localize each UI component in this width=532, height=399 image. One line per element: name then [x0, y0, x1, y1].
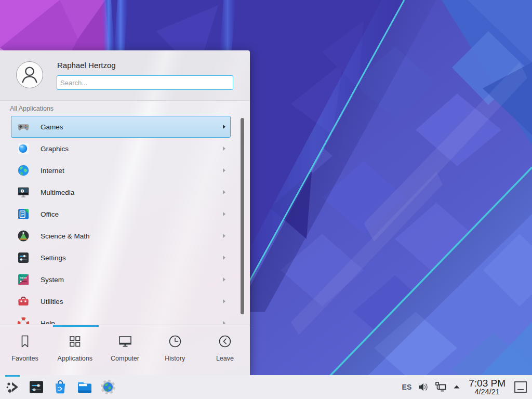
launcher-header: Raphael Hertzog — [0, 50, 250, 101]
clock-date: 4/24/21 — [469, 388, 506, 396]
tab-history[interactable]: History — [150, 325, 200, 375]
tab-label: Applications — [58, 355, 92, 362]
submenu-arrow-icon — [223, 212, 225, 216]
history-clock-icon — [167, 334, 183, 351]
category-item-help[interactable]: Help — [11, 312, 231, 324]
lifering-icon — [17, 317, 30, 324]
tab-leave[interactable]: Leave — [200, 325, 250, 375]
monitor-play-icon — [17, 186, 30, 198]
submenu-arrow-icon — [223, 125, 225, 129]
application-launcher-button[interactable] — [4, 379, 21, 395]
category-label: Settings — [41, 254, 66, 262]
show-desktop-button[interactable] — [513, 380, 528, 394]
tab-label: Computer — [111, 355, 139, 362]
tab-label: Favorites — [11, 355, 38, 362]
sliders-color-icon — [17, 273, 30, 286]
category-item-multimedia[interactable]: Multimedia — [11, 181, 231, 203]
category-item-internet[interactable]: Internet — [11, 159, 231, 181]
category-item-system[interactable]: System — [11, 269, 231, 290]
category-label: Help — [41, 320, 55, 325]
list-scrollbar[interactable] — [241, 118, 244, 314]
submenu-arrow-icon — [223, 321, 225, 324]
keyboard-layout-indicator[interactable]: ES — [402, 383, 412, 391]
bookmark-icon — [17, 334, 33, 351]
expand-tray-caret-icon[interactable] — [453, 383, 461, 391]
category-item-office[interactable]: Office — [11, 203, 231, 225]
category-item-settings[interactable]: Settings — [11, 247, 231, 269]
category-item-science-math[interactable]: Science & Math — [11, 225, 231, 247]
network-icon[interactable] — [434, 381, 447, 393]
graphics-sphere-icon — [17, 142, 30, 155]
leave-icon — [217, 334, 233, 351]
application-launcher-panel: Raphael Hertzog All Applications — [0, 50, 250, 375]
category-item-utilities[interactable]: Utilities — [11, 290, 231, 312]
user-name: Raphael Hertzog — [57, 61, 116, 70]
file-manager-button[interactable] — [76, 379, 92, 395]
desktop: Raphael Hertzog All Applications — [0, 0, 532, 399]
discover-software-center-button[interactable] — [52, 379, 69, 395]
category-label: Multimedia — [41, 189, 74, 196]
tab-favorites[interactable]: Favorites — [0, 325, 50, 375]
category-list: Games Graphics — [0, 114, 250, 324]
active-tab-indicator — [53, 325, 99, 327]
digital-clock[interactable]: 7:03 PM 4/24/21 — [469, 378, 506, 396]
category-label: Science & Math — [41, 232, 90, 240]
tab-label: Leave — [216, 355, 234, 362]
user-avatar[interactable] — [16, 61, 43, 88]
web-browser-button[interactable] — [100, 379, 116, 395]
submenu-arrow-icon — [223, 147, 225, 151]
submenu-arrow-icon — [223, 234, 225, 238]
flask-icon — [17, 230, 30, 242]
search-input[interactable] — [57, 75, 233, 90]
launcher-tabbar: Favorites Applications — [0, 325, 250, 375]
submenu-arrow-icon — [223, 299, 225, 303]
category-item-graphics[interactable]: Graphics — [11, 138, 231, 159]
system-settings-button[interactable] — [28, 379, 45, 395]
category-label: Internet — [41, 167, 64, 175]
category-label: Graphics — [41, 145, 69, 153]
submenu-arrow-icon — [223, 277, 225, 282]
toolbox-icon — [17, 295, 30, 308]
computer-icon — [117, 334, 133, 351]
gamepad-icon — [17, 121, 30, 133]
category-item-games[interactable]: Games — [11, 116, 231, 138]
tab-applications[interactable]: Applications — [50, 325, 100, 375]
tab-computer[interactable]: Computer — [100, 325, 150, 375]
category-label: Office — [41, 210, 59, 218]
system-tray: ES 7:03 PM 4/24/21 — [402, 378, 528, 396]
globe-icon — [17, 164, 30, 177]
submenu-arrow-icon — [223, 256, 225, 260]
tab-label: History — [165, 355, 185, 362]
category-label: Games — [41, 123, 63, 131]
submenu-arrow-icon — [223, 190, 225, 194]
section-label: All Applications — [0, 101, 250, 114]
sliders-dark-icon — [17, 251, 30, 264]
volume-icon[interactable] — [417, 381, 429, 393]
submenu-arrow-icon — [223, 168, 225, 172]
category-label: Utilities — [41, 298, 63, 305]
grid-icon — [67, 334, 83, 351]
clock-time: 7:03 PM — [469, 378, 506, 389]
taskbar-panel: ES 7:03 PM 4/24/21 — [0, 375, 532, 399]
category-label: System — [41, 276, 64, 284]
document-icon — [17, 208, 30, 220]
